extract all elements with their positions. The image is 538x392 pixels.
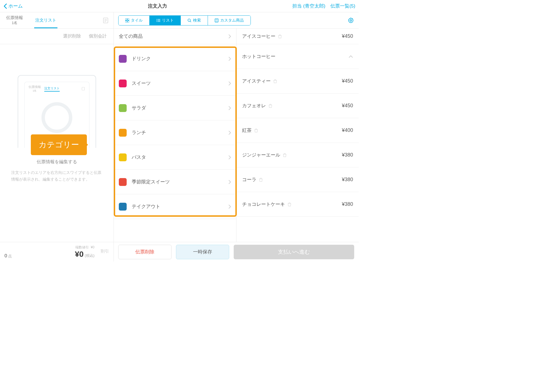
category-panel: 全ての商品 ドリンク スイーツ サラダ ランチ パスタ 季節限定スイーツ テイク… — [114, 29, 236, 242]
product-row[interactable]: ホットコーヒー — [236, 44, 359, 69]
chevron-left-icon — [3, 3, 7, 9]
chevron-right-icon — [228, 180, 231, 184]
product-price: ¥450 — [342, 33, 353, 39]
preview-tab1-l2: 1名 — [29, 89, 41, 93]
color-chip — [119, 104, 127, 112]
category-label: ランチ — [132, 129, 146, 136]
top-header: ホーム 注文入力 担当 (青空太郎) 伝票一覧(5) — [0, 0, 359, 12]
category-row[interactable]: 季節限定スイーツ — [114, 170, 236, 194]
svg-rect-4 — [125, 18, 127, 20]
rounding-row: 端数値引 ¥0 — [75, 245, 94, 250]
product-name: コーラ — [242, 176, 256, 183]
preview-circle — [41, 102, 72, 133]
bag-icon — [268, 104, 273, 108]
pay-button[interactable]: 支払いへ進む — [234, 245, 354, 259]
product-price: ¥380 — [342, 201, 353, 207]
color-chip — [119, 153, 127, 161]
category-row[interactable]: サラダ — [114, 96, 236, 120]
toolbar-row: 伝票情報 1名 注文リスト タイル リスト 検索 カスタム商品 — [0, 12, 359, 29]
total-amount: ¥0 — [75, 250, 84, 259]
svg-point-12 — [157, 21, 157, 22]
product-row[interactable]: アイスコーヒー¥450 — [236, 29, 359, 44]
product-row[interactable]: 紅茶¥400 — [236, 118, 359, 143]
seg-custom[interactable]: カスタム商品 — [208, 16, 251, 25]
svg-point-25 — [350, 20, 352, 21]
tab-slip-info-sub: 1名 — [12, 20, 17, 25]
product-row[interactable]: コーラ¥380 — [236, 167, 359, 192]
delete-slip-button[interactable]: 伝票削除 — [118, 245, 171, 259]
product-price: ¥450 — [342, 78, 353, 84]
product-name: アイスティー — [242, 78, 271, 84]
tab-order-list[interactable]: 注文リスト — [29, 12, 62, 28]
product-row[interactable]: カフェオレ¥450 — [236, 94, 359, 118]
tax-label: (税込) — [85, 253, 94, 258]
page-title: 注文入力 — [148, 3, 167, 9]
product-price: ¥450 — [342, 103, 353, 109]
color-chip — [119, 129, 127, 137]
category-row[interactable]: スイーツ — [114, 71, 236, 96]
preview-notepad-icon — [81, 87, 85, 91]
gear-icon[interactable] — [347, 17, 354, 24]
delete-selection-button[interactable]: 選択削除 — [63, 33, 81, 39]
product-row[interactable]: チョコレートケーキ¥380 — [236, 192, 359, 217]
svg-point-8 — [157, 19, 157, 19]
category-label: テイクアウト — [132, 203, 160, 210]
seg-tile[interactable]: タイル — [119, 16, 150, 25]
list-icon — [156, 18, 160, 22]
all-products-label: 全ての商品 — [119, 33, 143, 39]
product-row[interactable]: アイスティー¥450 — [236, 69, 359, 94]
svg-line-15 — [190, 21, 191, 22]
view-segment: タイル リスト 検索 カスタム商品 — [118, 15, 251, 25]
slips-link[interactable]: 伝票一覧(5) — [330, 3, 355, 9]
back-button[interactable]: ホーム — [3, 3, 23, 9]
color-chip — [119, 55, 127, 63]
bag-icon — [273, 79, 277, 83]
hint-title: 伝票情報を編集する — [37, 159, 77, 165]
product-name: 紅茶 — [242, 127, 252, 134]
product-panel: アイスコーヒー¥450ホットコーヒーアイスティー¥450カフェオレ¥450紅茶¥… — [236, 29, 359, 242]
color-chip — [119, 80, 127, 87]
calculator-icon — [215, 18, 219, 22]
chevron-right-icon — [228, 57, 231, 61]
product-name: ホットコーヒー — [242, 53, 275, 60]
svg-point-21 — [215, 21, 216, 22]
svg-point-18 — [215, 20, 216, 21]
category-row[interactable]: パスタ — [114, 145, 236, 170]
category-label: スイーツ — [132, 80, 151, 87]
chevron-right-icon — [228, 81, 231, 86]
total-row: ¥0 (税込) — [75, 250, 94, 259]
svg-point-22 — [216, 21, 217, 22]
tab-slip-info[interactable]: 伝票情報 1名 — [0, 12, 29, 28]
svg-point-19 — [216, 20, 217, 21]
rounding-label: 端数値引 — [75, 245, 89, 249]
item-count: 0 点 — [4, 253, 12, 259]
all-products-row[interactable]: 全ての商品 — [114, 29, 236, 44]
category-row[interactable]: テイクアウト — [114, 194, 236, 219]
notepad-icon[interactable] — [102, 17, 109, 24]
chevron-right-icon — [228, 155, 231, 160]
tab-slip-info-label: 伝票情報 — [6, 15, 23, 20]
back-label: ホーム — [8, 3, 23, 9]
product-name: カフェオレ — [242, 102, 266, 109]
category-row[interactable]: ドリンク — [114, 46, 236, 71]
svg-rect-6 — [125, 21, 127, 22]
chevron-right-icon — [228, 106, 231, 110]
svg-rect-28 — [82, 87, 84, 90]
category-row[interactable]: ランチ — [114, 120, 236, 145]
seg-list[interactable]: リスト — [150, 16, 181, 25]
bag-icon — [282, 153, 287, 157]
save-button[interactable]: 一時保存 — [176, 245, 229, 259]
bag-icon — [278, 34, 282, 39]
seg-search[interactable]: 検索 — [181, 16, 208, 25]
discount-button[interactable]: 割引 — [101, 249, 109, 254]
preview-tab-slip: 伝票情報 1名 — [29, 85, 41, 93]
chevron-right-icon — [228, 130, 231, 135]
color-chip — [119, 178, 127, 186]
svg-rect-7 — [127, 21, 129, 22]
product-row[interactable]: ジンジャーエール¥380 — [236, 143, 359, 167]
bag-icon — [254, 128, 258, 133]
product-price: ¥380 — [342, 177, 353, 183]
individual-pay-button[interactable]: 個別会計 — [89, 33, 107, 39]
category-label: 季節限定スイーツ — [132, 179, 170, 185]
staff-link[interactable]: 担当 (青空太郎) — [292, 3, 325, 9]
